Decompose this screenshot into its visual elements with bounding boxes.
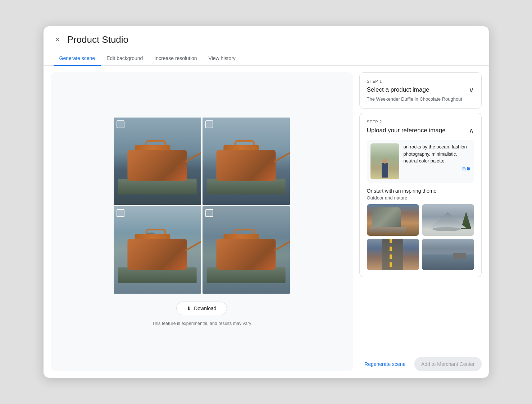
app-window: × Product Studio Generate scene Edit bac… (43, 26, 489, 378)
step2-chevron-icon[interactable]: ∧ (469, 126, 474, 135)
main-content: ⬇ Download This feature is experimental,… (44, 66, 489, 378)
regenerate-button[interactable]: Regenerate scene (359, 357, 411, 371)
theme-thumb-2[interactable] (422, 204, 474, 236)
image-checkbox-1[interactable] (117, 120, 124, 128)
title-bar: × Product Studio (44, 26, 489, 45)
image-grid (114, 118, 290, 294)
step2-title: Upload your reference image (367, 127, 446, 134)
download-icon: ⬇ (187, 306, 191, 311)
image-cell-3 (114, 206, 201, 294)
step1-label: STEP 1 (367, 79, 474, 83)
image-cell-2 (203, 118, 290, 205)
step2-card: STEP 2 Upload your reference image ∧ on … (359, 113, 482, 277)
reference-description: on rocks by the ocean, fashion photograp… (404, 143, 470, 165)
step1-header: Select a product image ∨ (367, 86, 474, 94)
download-area: ⬇ Download This feature is experimental,… (152, 302, 251, 326)
tab-increase-resolution[interactable]: Increase resolution (149, 52, 203, 66)
bottom-actions: Regenerate scene Add to Merchant Center (359, 354, 482, 371)
theme-grid (367, 204, 474, 270)
theme-thumb-3[interactable] (367, 239, 419, 270)
download-button[interactable]: ⬇ Download (176, 302, 227, 315)
download-label: Download (194, 306, 216, 311)
step2-header: Upload your reference image ∧ (367, 126, 474, 135)
tab-edit-background[interactable]: Edit background (101, 52, 149, 66)
tab-bar: Generate scene Edit background Increase … (44, 52, 489, 66)
image-checkbox-4[interactable] (205, 209, 213, 217)
theme-prompt-label: Or start with an inspiring theme (367, 188, 474, 194)
edit-reference-link[interactable]: Edit (404, 166, 470, 171)
reference-image-row: on rocks by the ocean, fashion photograp… (367, 140, 474, 183)
step2-label: STEP 2 (367, 120, 474, 124)
step1-subtitle: The Weekender Duffle in Chocolate Rougho… (367, 96, 474, 102)
close-button[interactable]: × (54, 36, 62, 44)
disclaimer-text: This feature is experimental, and result… (152, 321, 251, 326)
theme-category-label: Outdoor and nature (367, 195, 474, 201)
image-cell-4 (203, 206, 290, 294)
tab-view-history[interactable]: View history (203, 52, 241, 66)
left-panel: ⬇ Download This feature is experimental,… (51, 72, 353, 371)
reference-thumbnail (370, 143, 399, 179)
image-cell-1 (114, 118, 201, 205)
image-checkbox-3[interactable] (117, 209, 124, 217)
step1-title: Select a product image (367, 86, 429, 93)
tab-generate-scene[interactable]: Generate scene (54, 52, 101, 66)
right-panel: STEP 1 Select a product image ∨ The Week… (359, 72, 482, 371)
theme-thumb-1[interactable] (367, 204, 419, 236)
theme-thumb-4[interactable] (422, 239, 474, 270)
step1-card: STEP 1 Select a product image ∨ The Week… (359, 72, 482, 109)
step1-chevron-icon[interactable]: ∨ (469, 86, 474, 94)
add-to-merchant-button[interactable]: Add to Merchant Center (414, 357, 482, 371)
image-checkbox-2[interactable] (205, 120, 213, 128)
app-title: Product Studio (67, 34, 129, 45)
